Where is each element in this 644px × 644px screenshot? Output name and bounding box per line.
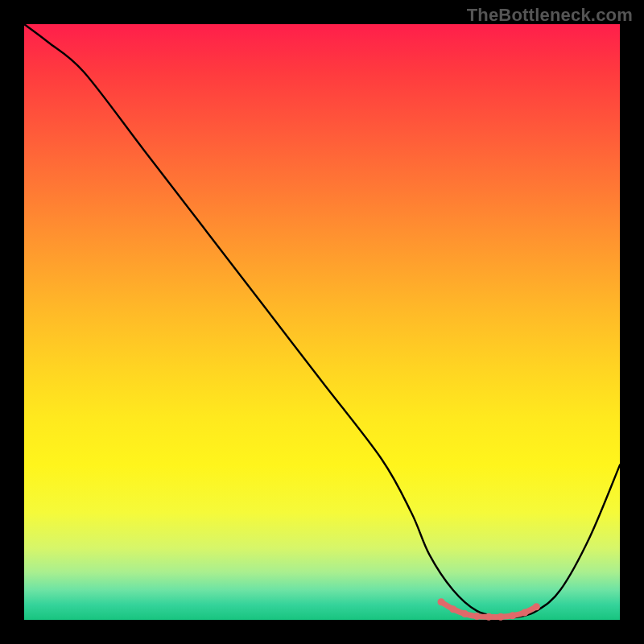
chart-svg [24, 24, 620, 620]
chart-frame: TheBottleneck.com [0, 0, 644, 644]
optimum-marker-dot [473, 613, 481, 620]
optimum-marker-dot [449, 605, 456, 613]
optimum-marker-dot [485, 613, 493, 621]
optimum-marker-dot [521, 609, 528, 617]
optimum-marker-dot [438, 598, 445, 605]
watermark-label: TheBottleneck.com [467, 5, 633, 26]
optimum-marker-group [438, 598, 540, 621]
optimum-marker-dot [533, 603, 540, 610]
optimum-marker-dot [461, 610, 469, 617]
plot-area [24, 24, 620, 620]
optimum-marker-dot [497, 613, 505, 621]
optimum-marker-dot [509, 612, 516, 619]
bottleneck-curve-path [24, 24, 620, 617]
